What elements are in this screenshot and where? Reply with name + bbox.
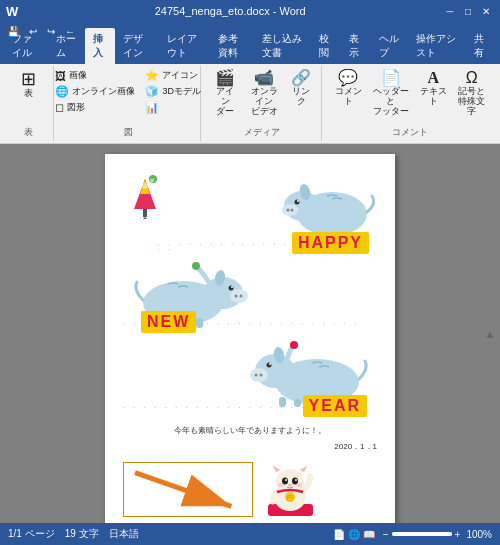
- finder-button[interactable]: 🎬 アインダー: [209, 68, 241, 119]
- lucky-cat: 円: [263, 462, 318, 517]
- icons-button[interactable]: ⭐ アイコン: [142, 68, 204, 83]
- tab-mailings[interactable]: 差し込み文書: [254, 28, 312, 64]
- document-area: ▲ ✿: [0, 144, 500, 523]
- view-buttons: 📄 🌐 📖: [333, 529, 375, 540]
- text-button[interactable]: A テキスト: [415, 68, 452, 109]
- tab-home[interactable]: ホーム: [48, 28, 85, 64]
- minimize-button[interactable]: ─: [442, 4, 458, 18]
- svg-point-34: [250, 368, 268, 382]
- comment-label: コメント: [333, 87, 364, 107]
- header-footer-label: ヘッダーとフッター: [372, 87, 410, 117]
- svg-point-10: [287, 209, 290, 212]
- shapes-icon: ◻: [55, 101, 64, 114]
- comment-icon: 💬: [338, 70, 358, 86]
- smartart-button[interactable]: 📊: [142, 100, 204, 115]
- lucky-cat-svg: 円: [263, 462, 318, 517]
- online-image-icon: 🌐: [55, 85, 69, 98]
- svg-point-44: [290, 341, 298, 349]
- year-banner: YEAR: [303, 395, 367, 417]
- svg-point-56: [285, 479, 287, 481]
- word-logo-icon: W: [6, 4, 18, 19]
- link-icon: 🔗: [291, 70, 311, 86]
- tab-review[interactable]: 校閲: [311, 28, 341, 64]
- web-view-button[interactable]: 🌐: [348, 529, 360, 540]
- read-view-button[interactable]: 📖: [363, 529, 375, 540]
- tab-insert[interactable]: 挿入: [85, 28, 115, 64]
- finder-icon: 🎬: [215, 70, 235, 86]
- svg-point-11: [291, 209, 294, 212]
- zoom-slider[interactable]: [392, 532, 452, 536]
- svg-point-37: [267, 363, 272, 368]
- window-controls: ─ □ ✕: [442, 4, 494, 18]
- symbol-icon: Ω: [466, 70, 478, 86]
- title-bar: W 24754_nenga_eto.docx - Word ─ □ ✕: [0, 0, 500, 22]
- arrow-box: [123, 462, 253, 517]
- finder-label: アインダー: [212, 87, 238, 117]
- icons-icon: ⭐: [145, 69, 159, 82]
- online-image-button[interactable]: 🌐 オンライン画像: [52, 84, 138, 99]
- ribbon-group-comment: 💬 コメント 📄 ヘッダーとフッター A テキスト Ω 記号と特殊文字 コメント: [324, 66, 496, 141]
- shapes-button[interactable]: ◻ 図形: [52, 100, 138, 115]
- tab-assist[interactable]: 操作アシスト: [408, 28, 466, 64]
- comment-button[interactable]: 💬 コメント: [330, 68, 367, 109]
- svg-point-57: [295, 479, 297, 481]
- svg-point-60: [296, 483, 302, 487]
- header-footer-button[interactable]: 📄 ヘッダーとフッター: [369, 68, 413, 119]
- tab-file[interactable]: ファイル: [4, 28, 48, 64]
- year-row: • • • • • • • • • • • • • • • • • • • • …: [123, 337, 377, 417]
- zoom-in-button[interactable]: +: [455, 529, 461, 540]
- link-button[interactable]: 🔗 リンク: [287, 68, 315, 109]
- scroll-arrow-icon[interactable]: ▲: [484, 327, 496, 341]
- symbol-button[interactable]: Ω 記号と特殊文字: [453, 68, 490, 119]
- ribbon-group-table: ⊞ 表 表: [4, 66, 54, 141]
- online-video-label: オンラインビデオ: [246, 87, 282, 117]
- ribbon-tabs: ファイル ホーム 挿入 デザイン レイアウト 参考資料 差し込み文書 校閲 表示…: [0, 40, 500, 64]
- comment-group-label: コメント: [392, 124, 428, 139]
- ribbon-group-figure: 🖼 画像 🌐 オンライン画像 ◻ 図形 ⭐ アイコン 🧊: [56, 66, 201, 141]
- document-page: ✿: [105, 154, 395, 523]
- 3d-model-label: 3Dモデル: [162, 85, 201, 98]
- smartart-icon: 📊: [145, 101, 159, 114]
- svg-text:✿: ✿: [150, 177, 154, 183]
- svg-point-9: [282, 204, 298, 216]
- svg-line-46: [135, 472, 231, 506]
- maximize-button[interactable]: □: [460, 4, 476, 18]
- tab-view[interactable]: 表示: [341, 28, 371, 64]
- image-button[interactable]: 🖼 画像: [52, 68, 138, 83]
- table-button[interactable]: ⊞ 表: [11, 68, 47, 101]
- status-right: 📄 🌐 📖 − + 100%: [333, 529, 492, 540]
- svg-point-24: [229, 286, 234, 291]
- online-video-button[interactable]: 📹 オンラインビデオ: [243, 68, 285, 119]
- svg-point-35: [255, 374, 258, 377]
- table-icon: ⊞: [21, 70, 36, 88]
- new-text: NEW: [141, 311, 196, 333]
- tab-references[interactable]: 参考資料: [210, 28, 254, 64]
- figure-group-label: 図: [124, 124, 133, 139]
- close-button[interactable]: ✕: [478, 4, 494, 18]
- 3d-model-button[interactable]: 🧊 3Dモデル: [142, 84, 204, 99]
- status-bar: 1/1 ページ 19 文字 日本語 📄 🌐 📖 − + 100%: [0, 523, 500, 545]
- new-row: • • • • • • • • • • • • • • • • • • • • …: [123, 258, 377, 333]
- print-view-button[interactable]: 📄: [333, 529, 345, 540]
- 3d-model-icon: 🧊: [145, 85, 159, 98]
- svg-point-22: [235, 295, 238, 298]
- page-info: 1/1 ページ: [8, 527, 55, 541]
- header-footer-icon: 📄: [381, 70, 401, 86]
- svg-rect-2: [143, 209, 147, 217]
- zoom-out-button[interactable]: −: [383, 529, 389, 540]
- text-icon: A: [427, 70, 439, 86]
- online-video-icon: 📹: [254, 70, 274, 86]
- svg-point-54: [282, 477, 288, 484]
- svg-point-13: [297, 200, 299, 202]
- svg-point-4: [142, 183, 148, 189]
- year-text: YEAR: [303, 395, 367, 417]
- zoom-level: 100%: [466, 529, 492, 540]
- figure-col1: 🖼 画像 🌐 オンライン画像 ◻ 図形: [52, 68, 138, 115]
- tab-help[interactable]: ヘルプ: [371, 28, 408, 64]
- tab-share[interactable]: 共有: [466, 28, 496, 64]
- tab-design[interactable]: デザイン: [115, 28, 159, 64]
- tab-layout[interactable]: レイアウト: [159, 28, 210, 64]
- happy-text: HAPPY: [292, 232, 369, 254]
- ribbon-group-media: 🎬 アインダー 📹 オンラインビデオ 🔗 リンク メディア: [203, 66, 322, 141]
- symbol-label: 記号と特殊文字: [456, 87, 487, 117]
